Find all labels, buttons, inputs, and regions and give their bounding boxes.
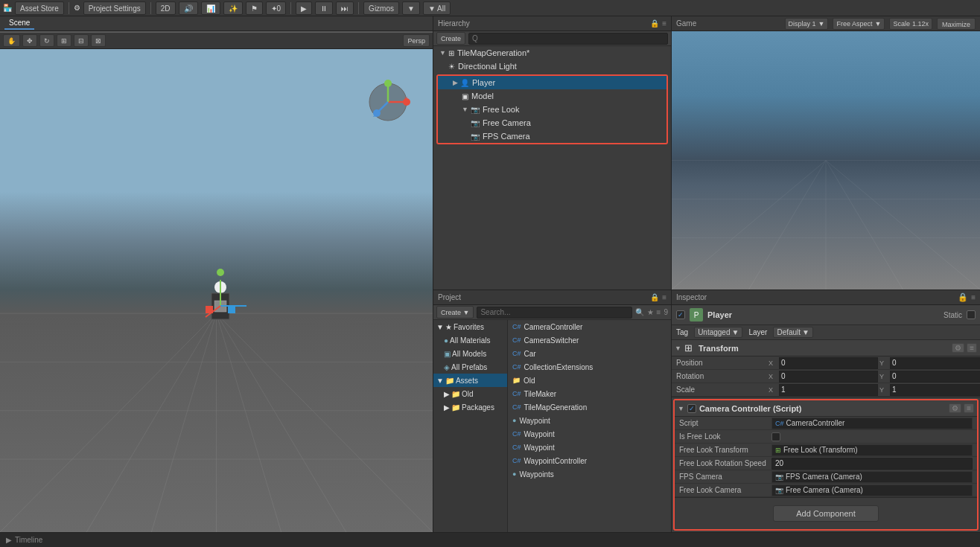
player-scene-object	[191, 265, 250, 356]
zero-btn[interactable]: ✦0	[266, 1, 287, 15]
hier-item-freelook[interactable]: ▼ 📷 Free Look	[438, 103, 666, 116]
position-x-field[interactable]	[779, 357, 878, 369]
free-look-camera-value[interactable]: 📷 Free Camera (Camera)	[771, 484, 973, 496]
inspector-menu-icon[interactable]: ≡	[971, 293, 976, 301]
hier-item-tilemap[interactable]: ▼ ⊞ TileMapGeneration*	[433, 46, 671, 60]
hand-tool-btn[interactable]: ✋	[3, 34, 20, 47]
proj-packages[interactable]: ▶ 📁 Packages	[433, 400, 507, 414]
filter-icon[interactable]: ★	[647, 308, 654, 316]
maximize-btn[interactable]: Maximize	[937, 18, 976, 30]
hier-item-player[interactable]: ▶ 👤 Player	[438, 76, 666, 89]
play-btn[interactable]: ▶	[296, 1, 312, 15]
hierarchy-create-btn[interactable]: Create	[436, 32, 465, 45]
asset-label-camera-switcher: CameraSwitcher	[524, 336, 579, 345]
add-component-btn[interactable]: Add Component	[773, 505, 879, 522]
object-active-checkbox[interactable]: ✓	[676, 310, 685, 319]
project-menu-icon[interactable]: ≡	[662, 293, 666, 301]
proj-favorites[interactable]: ▼ ★ Favorites	[433, 320, 507, 333]
hier-item-model[interactable]: ▣ Model	[438, 89, 666, 103]
hierarchy-search-input[interactable]	[468, 33, 668, 45]
is-free-look-checkbox[interactable]	[771, 432, 780, 441]
rotation-y-field[interactable]	[890, 371, 980, 383]
stats-btn[interactable]: 📊	[201, 1, 220, 15]
asset-waypoint-controller[interactable]: C# WaypointController	[508, 454, 671, 467]
cam-ctrl-active-checkbox[interactable]: ✓	[687, 404, 696, 413]
gizmos-dropdown-btn[interactable]: ▼	[402, 1, 420, 15]
scale-tool-btn[interactable]: ⊞	[57, 34, 71, 47]
asset-waypoint-1[interactable]: ● Waypoint	[508, 414, 671, 427]
asset-camera-switcher[interactable]: C# CameraSwitcher	[508, 333, 671, 347]
rect-tool-btn[interactable]: ⊟	[74, 34, 89, 47]
proj-all-models[interactable]: ▣ All Models	[433, 347, 507, 360]
tab-scene[interactable]: Scene	[4, 17, 34, 30]
static-checkbox[interactable]	[967, 310, 976, 319]
scene-btn[interactable]: ⚑	[246, 1, 263, 15]
search-icon[interactable]: 🔍	[635, 308, 644, 316]
svg-line-34	[826, 161, 980, 290]
fps-cam-icon: 📷	[775, 473, 783, 481]
project-create-btn[interactable]: Create ▼	[436, 306, 474, 319]
inspector-lock-icon[interactable]: 🔒	[958, 292, 968, 302]
hier-label-freelook: Free Look	[483, 105, 520, 114]
cam-ctrl-menu-btn[interactable]: ≡	[964, 403, 974, 413]
asset-collection-ext[interactable]: C# CollectionExtensions	[508, 360, 671, 374]
asset-waypoints[interactable]: ● Waypoints	[508, 467, 671, 481]
transform-component-header[interactable]: ▼ ⊞ Transform ⚙ ≡	[672, 340, 980, 356]
tag-dropdown[interactable]: Untagged ▼	[694, 327, 742, 338]
scale-y-field[interactable]	[890, 384, 980, 396]
scene-persp-btn[interactable]: Persp	[403, 34, 430, 47]
proj-all-materials[interactable]: ● All Materials	[433, 333, 507, 347]
hier-item-freecam[interactable]: 📷 Free Camera	[438, 116, 666, 129]
rotate-tool-btn[interactable]: ↻	[39, 34, 54, 47]
cam-ctrl-settings-btn[interactable]: ⚙	[949, 403, 961, 413]
asset-old-folder[interactable]: 📁 Old	[508, 374, 671, 387]
free-look-rotation-speed-field[interactable]	[771, 458, 973, 470]
hierarchy-lock-icon[interactable]: 🔒	[650, 19, 659, 28]
asset-camera-controller[interactable]: C# CameraController	[508, 320, 671, 333]
status-bar: ▶ Timeline	[0, 532, 980, 547]
asset-car[interactable]: C# Car	[508, 347, 671, 360]
asset-waypoint-2[interactable]: C# Waypoint	[508, 427, 671, 441]
pause-btn[interactable]: ⏸	[315, 1, 333, 15]
gizmos-btn[interactable]: Gizmos	[363, 1, 399, 15]
aspect-dropdown[interactable]: Free Aspect ▼	[833, 18, 885, 30]
transform-settings-btn[interactable]: ⚙	[952, 343, 964, 353]
step-btn[interactable]: ⏭	[336, 1, 354, 15]
transform-tool-btn[interactable]: ⊠	[91, 34, 106, 47]
project-settings-btn[interactable]: Project Settings	[83, 1, 146, 15]
game-grid-svg	[672, 31, 980, 290]
rotation-x-field[interactable]	[779, 371, 878, 383]
hier-item-fpscam[interactable]: 📷 FPS Camera	[438, 129, 666, 143]
mode-2d-btn[interactable]: 2D	[156, 1, 176, 15]
hierarchy-panel: Hierarchy 🔒 ≡ Create ▼ ⊞ TileMapGenera	[433, 16, 672, 290]
hier-icon-freelook: 📷	[471, 106, 480, 114]
proj-assets[interactable]: ▼ 📁 Assets	[433, 374, 507, 387]
project-assets: C# CameraController C# CameraSwitcher C#…	[508, 320, 671, 532]
layer-dropdown[interactable]: Default ▼	[773, 327, 813, 338]
project-search-input[interactable]	[477, 307, 631, 319]
fps-camera-value[interactable]: 📷 FPS Camera (Camera)	[771, 471, 973, 483]
all-dropdown-btn[interactable]: ▼ All	[423, 1, 451, 15]
fx-btn[interactable]: ✨	[223, 1, 243, 15]
position-y-field[interactable]	[890, 357, 980, 369]
asset-tilemapgen[interactable]: C# TileMapGeneration	[508, 400, 671, 414]
camera-controller-header[interactable]: ▼ ✓ Camera Controller (Script) ⚙ ≡	[675, 400, 977, 417]
display-dropdown[interactable]: Display 1 ▼	[785, 18, 829, 30]
proj-all-prefabs[interactable]: ◈ All Prefabs	[433, 360, 507, 374]
hier-item-dirlight[interactable]: ☀ Directional Light	[433, 60, 671, 73]
asset-tilemaker[interactable]: C# TileMaker	[508, 387, 671, 400]
sort-icon[interactable]: ≡	[657, 308, 661, 316]
audio-btn[interactable]: 🔊	[179, 1, 198, 15]
scale-x-field[interactable]	[779, 384, 878, 396]
move-tool-btn[interactable]: ✥	[22, 34, 37, 47]
asset-store-btn[interactable]: Asset Store	[15, 1, 64, 15]
hierarchy-menu-icon[interactable]: ≡	[662, 19, 666, 28]
proj-old[interactable]: ▶ 📁 Old	[433, 387, 507, 400]
hierarchy-content: ▼ ⊞ TileMapGeneration* ☀ Directional Lig…	[433, 46, 671, 290]
project-lock-icon[interactable]: 🔒	[650, 293, 659, 301]
scale-control[interactable]: Scale 1.12x	[889, 18, 932, 30]
transform-menu-btn[interactable]: ≡	[967, 343, 977, 353]
script-value[interactable]: C# CameraController	[771, 418, 973, 429]
asset-waypoint-3[interactable]: C# Waypoint	[508, 441, 671, 454]
free-look-transform-value[interactable]: ⊞ Free Look (Transform)	[771, 444, 973, 456]
